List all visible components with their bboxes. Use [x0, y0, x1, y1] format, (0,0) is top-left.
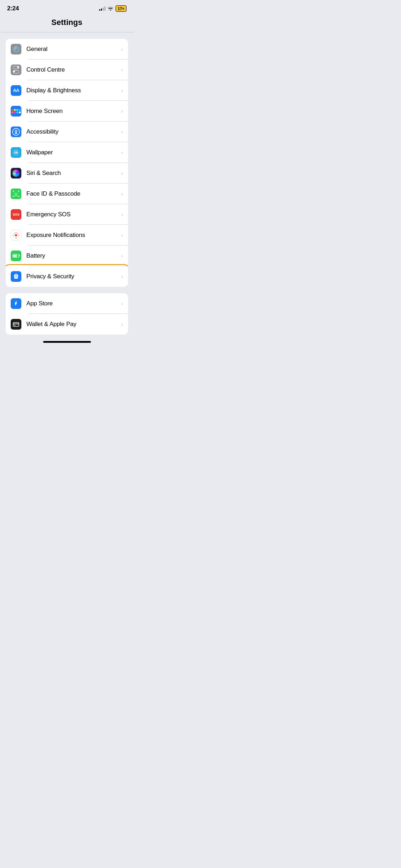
- siri-icon: [11, 168, 21, 179]
- battery-label: Battery: [26, 252, 121, 259]
- emergency-sos-chevron: ›: [121, 212, 123, 217]
- face-id-icon: [11, 188, 21, 199]
- battery-chevron: ›: [121, 253, 123, 259]
- display-brightness-icon: AA: [11, 85, 21, 96]
- privacy-security-icon: [11, 271, 21, 282]
- exposure-chevron: ›: [121, 232, 123, 238]
- svg-point-1: [16, 129, 17, 130]
- exposure-label: Exposure Notifications: [26, 232, 121, 239]
- wallet-label: Wallet & Apple Pay: [26, 321, 121, 328]
- app-store-chevron: ›: [121, 301, 123, 306]
- svg-point-9: [17, 233, 18, 234]
- app-store-label: App Store: [26, 300, 121, 307]
- wallet-icon: [11, 319, 21, 330]
- settings-row-privacy-security[interactable]: Privacy & Security ›: [6, 266, 128, 287]
- settings-row-wallpaper[interactable]: Wallpaper ›: [6, 142, 128, 163]
- home-screen-chevron: ›: [121, 108, 123, 114]
- settings-row-wallet[interactable]: Wallet & Apple Pay ›: [6, 314, 128, 335]
- settings-row-general[interactable]: ⚙️ General ›: [6, 39, 128, 60]
- settings-row-battery[interactable]: Battery ›: [6, 246, 128, 266]
- store-settings-group: App Store › Wallet & Apple Pay ›: [6, 293, 128, 335]
- emergency-sos-icon: SOS: [11, 209, 21, 220]
- general-label: General: [26, 46, 121, 53]
- settings-row-siri-search[interactable]: Siri & Search ›: [6, 163, 128, 184]
- accessibility-chevron: ›: [121, 129, 123, 135]
- face-id-label: Face ID & Passcode: [26, 190, 121, 197]
- app-store-icon: [11, 298, 21, 309]
- signal-icon: [99, 6, 106, 11]
- svg-point-6: [13, 234, 14, 236]
- svg-point-2: [15, 152, 17, 153]
- svg-rect-12: [13, 322, 19, 326]
- svg-point-8: [14, 233, 15, 234]
- exposure-icon: [11, 230, 21, 241]
- svg-point-5: [16, 237, 17, 238]
- display-brightness-label: Display & Brightness: [26, 87, 121, 94]
- status-icons: 17+: [99, 5, 127, 12]
- settings-row-display-brightness[interactable]: AA Display & Brightness ›: [6, 80, 128, 101]
- accessibility-icon: [11, 126, 21, 137]
- siri-search-label: Siri & Search: [26, 170, 121, 177]
- main-settings-group: ⚙️ General › Control Centre › AA Display…: [6, 39, 128, 287]
- svg-point-10: [14, 236, 15, 237]
- settings-row-app-store[interactable]: App Store ›: [6, 293, 128, 314]
- wallpaper-label: Wallpaper: [26, 149, 121, 156]
- control-centre-label: Control Centre: [26, 66, 121, 73]
- svg-point-3: [15, 234, 17, 236]
- wallpaper-chevron: ›: [121, 150, 123, 155]
- general-chevron: ›: [121, 46, 123, 52]
- settings-row-home-screen[interactable]: Home Screen ›: [6, 101, 128, 122]
- page-title: Settings: [0, 14, 134, 32]
- privacy-security-chevron: ›: [121, 274, 123, 279]
- general-icon: ⚙️: [11, 44, 21, 55]
- wifi-icon: [108, 6, 113, 11]
- svg-rect-14: [14, 325, 15, 326]
- home-indicator: [43, 341, 91, 343]
- display-brightness-chevron: ›: [121, 88, 123, 93]
- settings-row-accessibility[interactable]: Accessibility ›: [6, 122, 128, 142]
- settings-row-emergency-sos[interactable]: SOS Emergency SOS ›: [6, 204, 128, 225]
- battery-indicator: 17+: [115, 5, 127, 12]
- emergency-sos-label: Emergency SOS: [26, 211, 121, 218]
- svg-point-11: [17, 236, 18, 237]
- settings-row-face-id[interactable]: Face ID & Passcode ›: [6, 184, 128, 204]
- wallpaper-icon: [11, 147, 21, 158]
- accessibility-label: Accessibility: [26, 128, 121, 135]
- battery-icon: [11, 250, 21, 261]
- svg-rect-13: [13, 324, 19, 324]
- privacy-security-label: Privacy & Security: [26, 273, 121, 280]
- siri-search-chevron: ›: [121, 170, 123, 176]
- settings-row-exposure[interactable]: Exposure Notifications ›: [6, 225, 128, 246]
- home-screen-label: Home Screen: [26, 108, 121, 115]
- settings-row-control-centre[interactable]: Control Centre ›: [6, 60, 128, 80]
- wallet-chevron: ›: [121, 321, 123, 327]
- status-time: 2:24: [7, 5, 19, 12]
- status-bar: 2:24 17+: [0, 0, 134, 14]
- title-divider: [0, 32, 134, 32]
- home-screen-icon: [11, 106, 21, 117]
- control-centre-icon: [11, 64, 21, 75]
- control-centre-chevron: ›: [121, 67, 123, 73]
- svg-point-4: [16, 232, 17, 233]
- svg-point-7: [18, 234, 19, 236]
- face-id-chevron: ›: [121, 191, 123, 197]
